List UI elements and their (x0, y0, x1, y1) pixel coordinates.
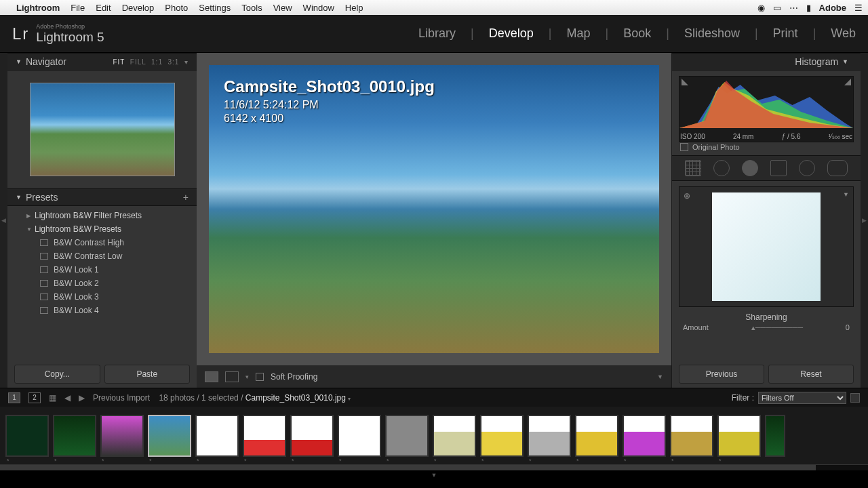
filmstrip[interactable]: * * * * * * * * * * * * * * * * (0, 407, 868, 464)
menu-view[interactable]: View (273, 3, 292, 13)
prev-photo-icon[interactable]: ◀ (64, 393, 71, 403)
zoom-1to1[interactable]: 1:1 (151, 58, 163, 66)
previous-button[interactable]: Previous (679, 365, 764, 384)
notifications-icon[interactable]: ▮ (806, 3, 811, 13)
display-icon[interactable]: ▭ (773, 3, 781, 13)
app-menu[interactable]: Lightroom (16, 3, 60, 13)
graduated-filter-tool-icon[interactable] (770, 160, 787, 176)
thumbnail[interactable]: * (623, 415, 666, 457)
bottom-panel-collapse[interactable]: ▼ (0, 470, 868, 480)
presets-header[interactable]: ▼ Presets + (7, 188, 197, 206)
histogram-header[interactable]: Histogram ▼ (672, 53, 861, 70)
redeye-tool-icon[interactable] (742, 160, 758, 176)
main-image[interactable]: Campsite_Shot03_0010.jpg 11/6/12 5:24:12… (209, 65, 659, 353)
target-icon[interactable]: ⊕ (684, 191, 690, 201)
thumbnail[interactable]: * (243, 415, 286, 457)
module-web[interactable]: Web (831, 26, 856, 41)
preset-item[interactable]: B&W Look 1 (7, 263, 197, 277)
amount-slider-icon[interactable]: ▴───────── (751, 323, 803, 332)
filter-lock-icon[interactable] (850, 393, 860, 403)
before-after-dropdown-icon[interactable]: ▾ (245, 373, 249, 380)
module-map[interactable]: Map (566, 26, 590, 41)
preset-item[interactable]: B&W Look 4 (7, 304, 197, 317)
radial-filter-tool-icon[interactable] (799, 160, 815, 176)
menu-photo[interactable]: Photo (165, 3, 188, 13)
thumbnail[interactable]: * (433, 415, 476, 457)
source-label[interactable]: Previous Import (93, 393, 150, 403)
zoom-3to1[interactable]: 3:1 (168, 58, 180, 66)
thumbnail[interactable]: * (717, 415, 761, 457)
copy-settings-button[interactable]: Copy... (14, 365, 100, 384)
add-preset-icon[interactable]: + (183, 192, 189, 203)
more-icon[interactable]: ⋯ (789, 3, 798, 13)
cc-sync-icon[interactable]: ◉ (757, 3, 765, 13)
thumbnail[interactable]: * (528, 415, 571, 457)
filmstrip-scrollbar[interactable] (0, 464, 868, 470)
module-develop[interactable]: Develop (489, 26, 534, 41)
exif-iso: ISO 200 (680, 133, 705, 140)
thumbnail[interactable]: * (385, 415, 429, 457)
module-print[interactable]: Print (773, 26, 798, 41)
module-slideshow[interactable]: Slideshow (684, 26, 740, 41)
menu-help[interactable]: Help (345, 3, 363, 13)
preset-item[interactable]: B&W Contrast Low (7, 249, 197, 263)
thumbnail[interactable]: * (290, 415, 334, 457)
menu-tools[interactable]: Tools (241, 3, 262, 13)
loupe-view-icon[interactable] (205, 371, 218, 382)
zoom-fit[interactable]: FIT (113, 58, 125, 66)
current-filename[interactable]: Campsite_Shot03_0010.jpg (245, 393, 346, 403)
detail-swatch (712, 192, 821, 301)
spot-removal-tool-icon[interactable] (713, 160, 730, 176)
shadow-clipping-icon[interactable] (682, 79, 688, 85)
list-icon[interactable]: ☰ (854, 3, 863, 13)
menu-window[interactable]: Window (303, 3, 334, 13)
left-panel: ▼ Navigator FIT FILL 1:1 3:1 ▾ ▼ Presets… (7, 53, 197, 388)
next-photo-icon[interactable]: ▶ (79, 393, 85, 403)
thumbnail[interactable]: * (195, 415, 239, 457)
navigator-header[interactable]: ▼ Navigator FIT FILL 1:1 3:1 ▾ (7, 53, 197, 70)
menu-edit[interactable]: Edit (96, 3, 111, 13)
amount-label: Amount (683, 323, 709, 332)
thumbnail[interactable]: * (338, 415, 381, 457)
zoom-dropdown-icon[interactable]: ▾ (184, 58, 189, 66)
thumbnail[interactable]: * (100, 415, 144, 457)
preset-item[interactable]: B&W Look 2 (7, 277, 197, 290)
thumbnail[interactable]: * (575, 415, 618, 457)
reset-button[interactable]: Reset (768, 365, 854, 384)
preset-item[interactable]: B&W Look 3 (7, 290, 197, 304)
menu-file[interactable]: File (71, 3, 85, 13)
preset-item[interactable]: B&W Contrast High (7, 236, 197, 249)
menu-settings[interactable]: Settings (199, 3, 231, 13)
amount-value[interactable]: 0 (846, 323, 850, 332)
toolbar-dropdown-icon[interactable]: ▼ (657, 373, 663, 380)
preset-group[interactable]: ▼Lightroom B&W Presets (7, 222, 197, 236)
thumbnail-selected[interactable]: * (148, 415, 191, 457)
filename-dropdown-icon[interactable]: ▾ (348, 396, 351, 402)
menu-develop[interactable]: Develop (122, 3, 155, 13)
soft-proofing-checkbox[interactable] (256, 373, 264, 381)
thumbnail[interactable]: * (480, 415, 524, 457)
navigator-preview[interactable] (30, 83, 175, 176)
highlight-clipping-icon[interactable] (844, 79, 851, 85)
thumbnail[interactable] (765, 415, 785, 457)
thumbnail[interactable]: * (5, 415, 49, 457)
filter-dropdown[interactable]: Filters Off (758, 392, 846, 404)
preset-group[interactable]: ▶Lightroom B&W Filter Presets (7, 209, 197, 222)
module-book[interactable]: Book (623, 26, 651, 41)
left-panel-collapse[interactable]: ◀ (0, 53, 7, 388)
crop-tool-icon[interactable] (685, 160, 701, 176)
main-window-button[interactable]: 1 (8, 392, 20, 403)
module-library[interactable]: Library (418, 26, 456, 41)
adjustment-brush-tool-icon[interactable] (827, 160, 848, 176)
right-panel-collapse[interactable]: ▶ (861, 53, 868, 388)
second-window-button[interactable]: 2 (28, 392, 41, 403)
grid-view-icon[interactable]: ▦ (49, 393, 56, 403)
thumbnail[interactable]: * (670, 415, 713, 457)
paste-settings-button[interactable]: Paste (104, 365, 191, 384)
before-after-icon[interactable] (225, 371, 239, 382)
chevron-down-icon[interactable]: ▼ (843, 191, 849, 198)
original-photo-checkbox[interactable] (680, 143, 688, 151)
zoom-fill[interactable]: FILL (130, 58, 146, 66)
thumbnail[interactable]: * (53, 415, 96, 457)
detail-preview[interactable]: ⊕ ▼ (679, 186, 854, 307)
